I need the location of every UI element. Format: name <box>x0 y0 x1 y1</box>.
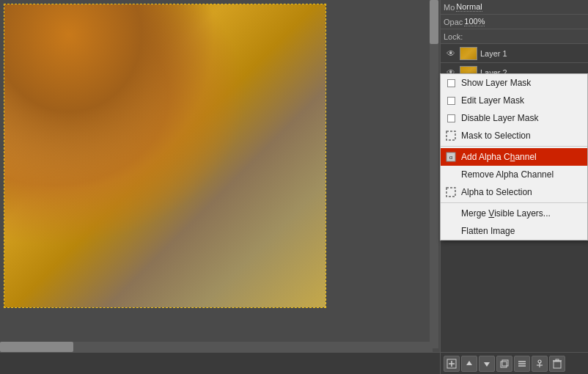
svg-marker-7 <box>466 361 472 365</box>
mode-row: Mo Normal <box>441 0 588 15</box>
canvas-image <box>4 4 326 308</box>
canvas-area <box>0 0 440 374</box>
menu-label-flatten-image: Flatten Image <box>461 226 515 236</box>
menu-label-remove-alpha-channel: Remove Alpha Channel <box>461 169 554 180</box>
layer-thumb-1 <box>460 47 477 60</box>
anchor-button[interactable] <box>532 356 548 372</box>
opacity-label: Opac <box>444 18 463 26</box>
menu-label-disable-layer-mask: Disable Layer Mask <box>461 113 538 123</box>
layer-row-1[interactable]: 👁 Layer 1 <box>441 44 588 63</box>
lock-label: Lock: <box>444 32 463 41</box>
horizontal-scrollbar[interactable] <box>0 342 433 352</box>
context-menu: Show Layer Mask Edit Layer Mask Disable … <box>440 73 588 241</box>
separator-1 <box>441 146 587 147</box>
mask-to-selection-icon <box>445 130 457 142</box>
menu-item-merge-visible-layers[interactable]: Merge Visible Layers... <box>441 205 587 222</box>
opacity-value: 100% <box>464 17 485 26</box>
menu-label-mask-to-selection: Mask to Selection <box>461 131 531 141</box>
right-panel: Mo Normal Opac 100% Lock: 👁 Layer 1 👁 La… <box>440 0 588 374</box>
menu-label-show-layer-mask: Show Layer Mask <box>461 78 531 88</box>
delete-layer-button[interactable] <box>549 356 565 372</box>
menu-item-flatten-image[interactable]: Flatten Image <box>441 222 587 240</box>
opacity-row: Opac 100% <box>441 15 588 29</box>
move-down-button[interactable] <box>479 356 495 372</box>
svg-text:α: α <box>449 154 453 161</box>
menu-item-remove-alpha-channel[interactable]: Remove Alpha Channel <box>441 166 587 183</box>
svg-rect-9 <box>501 362 507 367</box>
checkbox-icon-disable <box>445 112 457 124</box>
checkbox-icon-edit <box>445 95 457 106</box>
menu-item-disable-layer-mask[interactable]: Disable Layer Mask <box>441 109 587 127</box>
lock-row: Lock: <box>441 29 588 44</box>
menu-label-alpha-to-selection: Alpha to Selection <box>461 187 532 197</box>
new-layer-button[interactable] <box>444 356 460 372</box>
svg-rect-3 <box>446 188 455 197</box>
bottom-icons-bar <box>441 352 588 374</box>
layer-name-1: Layer 1 <box>480 49 507 58</box>
vertical-scrollbar[interactable] <box>430 0 438 348</box>
add-alpha-icon: α <box>445 151 457 163</box>
svg-rect-19 <box>556 359 559 361</box>
svg-rect-10 <box>502 360 508 366</box>
separator-2 <box>441 202 587 203</box>
menu-item-mask-to-selection[interactable]: Mask to Selection <box>441 127 587 144</box>
v-scrollbar-thumb[interactable] <box>430 0 438 44</box>
remove-alpha-icon <box>445 169 457 180</box>
mode-label: Mo <box>444 3 455 12</box>
svg-marker-8 <box>484 362 490 367</box>
checkbox-icon-show <box>445 77 457 89</box>
move-up-button[interactable] <box>461 356 477 372</box>
layers-menu-button[interactable] <box>514 356 530 372</box>
menu-label-merge-visible-layers: Merge Visible Layers... <box>461 208 551 219</box>
menu-item-show-layer-mask[interactable]: Show Layer Mask <box>441 74 587 92</box>
alpha-to-selection-icon <box>445 186 457 198</box>
svg-point-14 <box>538 360 541 363</box>
menu-label-add-alpha-channel: Add Alpha Channel <box>461 152 537 162</box>
merge-visible-icon <box>445 208 457 219</box>
duplicate-button[interactable] <box>496 356 512 372</box>
menu-item-add-alpha-channel[interactable]: α Add Alpha Channel <box>441 148 587 166</box>
canvas-bottom-toolbar <box>0 352 440 374</box>
svg-rect-17 <box>554 362 561 368</box>
flatten-image-icon <box>445 225 457 237</box>
menu-item-alpha-to-selection[interactable]: Alpha to Selection <box>441 183 587 201</box>
mode-value: Normal <box>456 2 482 12</box>
h-scrollbar-thumb[interactable] <box>0 342 73 352</box>
svg-rect-0 <box>446 131 455 140</box>
eye-icon-1[interactable]: 👁 <box>445 48 457 59</box>
image-content <box>4 4 326 307</box>
menu-item-edit-layer-mask[interactable]: Edit Layer Mask <box>441 92 587 109</box>
menu-label-edit-layer-mask: Edit Layer Mask <box>461 95 524 106</box>
